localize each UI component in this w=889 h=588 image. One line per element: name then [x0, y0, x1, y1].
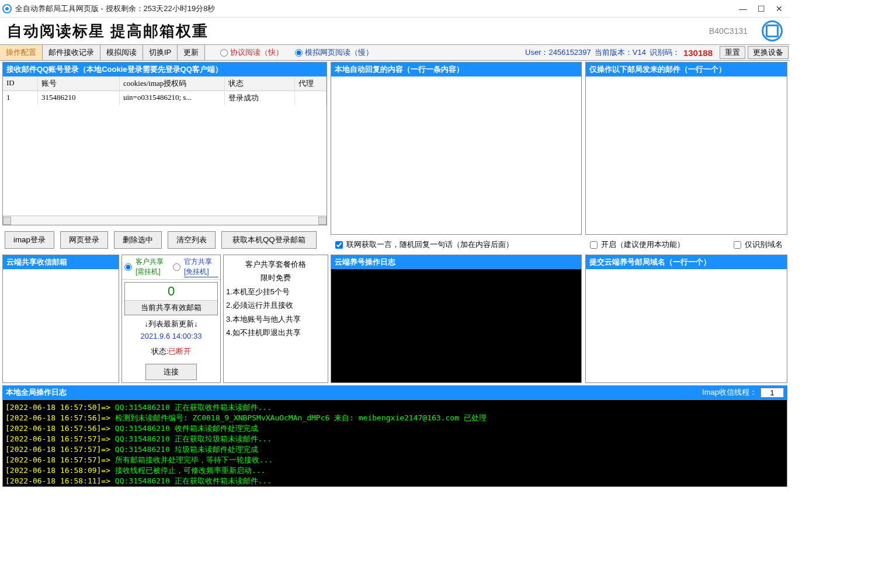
reset-button[interactable]: 重置	[720, 46, 745, 59]
rule-item: 1.本机至少挂5个号	[226, 285, 325, 298]
fetch-local-qq-button[interactable]: 获取本机QQ登录邮箱	[221, 231, 317, 249]
window-controls: — ☐ ✕	[739, 4, 787, 13]
only-domain-label: 仅识别域名	[745, 239, 783, 250]
share-count-label: 当前共享有效邮箱	[125, 300, 217, 315]
radio-protocol-fast[interactable]	[220, 49, 228, 57]
share-inbox-header: 云端共享收信邮箱	[3, 255, 119, 269]
accounts-panel: 接收邮件QQ账号登录（本地Cookie登录需要先登录QQ客户端） ID 账号 c…	[2, 62, 327, 225]
cloud-log-header: 云端养号操作日志	[331, 255, 581, 269]
minimize-button[interactable]: —	[739, 4, 747, 13]
banner: 自动阅读标星 提高邮箱权重 B40C3131	[0, 18, 790, 44]
cloud-log-body[interactable]	[331, 269, 581, 382]
col-account: 账号	[38, 76, 120, 91]
filter-panel: 仅操作以下邮局发来的邮件（一行一个）	[585, 62, 787, 235]
tab-receive-log[interactable]: 邮件接收记录	[43, 45, 100, 60]
filter-header: 仅操作以下邮局发来的邮件（一行一个）	[586, 62, 787, 76]
user-label: User：2456152397	[525, 47, 591, 58]
col-id: ID	[3, 76, 38, 91]
banner-logo-icon	[762, 20, 783, 41]
fetch-hitokoto-checkbox[interactable]	[335, 241, 343, 249]
table-row[interactable]: 1 315486210 uin=o0315486210; s... 登录成功	[3, 91, 327, 105]
local-log-console[interactable]: [2022-06-18 16:57:50]=> QQ:315486210 正在获…	[2, 399, 787, 487]
tab-config[interactable]: 操作配置	[0, 45, 43, 60]
imap-thread-label: Imap收信线程：	[702, 387, 757, 398]
label-official-share: 官方共享[免挂机]	[184, 257, 218, 277]
window-titlebar: 全自动养邮局工具网页版 - 授权剩余：253天22小时19分8秒 — ☐ ✕	[0, 0, 790, 18]
imap-login-button[interactable]: imap登录	[5, 231, 54, 249]
share-inbox-panel: 云端共享收信邮箱	[2, 255, 119, 383]
share-count-value: 0	[125, 283, 217, 300]
tab-update[interactable]: 更新	[178, 45, 205, 60]
accounts-header: 接收邮件QQ账号登录（本地Cookie登录需要先登录QQ客户端）	[3, 62, 327, 76]
rule-item: 2.必须运行并且接收	[226, 298, 325, 312]
protocol-radio-group: 协议阅读（快）	[214, 45, 289, 60]
radio-customer-share[interactable]	[124, 257, 132, 277]
submit-domain-panel: 提交云端养号邮局域名（一行一个）	[585, 255, 787, 383]
accounts-table-body[interactable]: 1 315486210 uin=o0315486210; s... 登录成功	[3, 91, 327, 215]
maximize-button[interactable]: ☐	[758, 4, 765, 13]
autoreply-textarea[interactable]	[331, 76, 581, 234]
version-label: 当前版本：V14	[595, 47, 646, 58]
ident-value: 130188	[683, 48, 713, 58]
label-customer-share: 客户共享[需挂机]	[136, 257, 169, 277]
share-inbox-list[interactable]	[3, 269, 119, 382]
enable-filter-checkbox[interactable]	[590, 241, 598, 249]
rule-item: 3.本地账号与他人共享	[226, 312, 325, 326]
col-proxy: 代理	[295, 76, 327, 91]
toolbar: 操作配置 邮件接收记录 模拟阅读 切换IP 更新 协议阅读（快） 模拟网页阅读（…	[0, 44, 790, 61]
col-status: 状态	[225, 76, 295, 91]
autoreply-panel: 本地自动回复的内容（一行一条内容）	[331, 62, 582, 235]
share-counter: 0 当前共享有效邮箱	[124, 282, 218, 315]
enable-filter-label: 开启（建议使用本功能）	[601, 239, 685, 250]
close-button[interactable]: ✕	[776, 4, 783, 13]
only-domain-checkbox[interactable]	[734, 241, 741, 249]
window-title: 全自动养邮局工具网页版 - 授权剩余：253天22小时19分8秒	[15, 4, 739, 14]
app-icon	[2, 4, 12, 13]
autoreply-header: 本地自动回复的内容（一行一条内容）	[331, 62, 581, 76]
label-protocol-slow: 模拟网页阅读（慢）	[305, 47, 373, 58]
local-log-title: 本地全局操作日志	[6, 387, 67, 398]
rule-item: 4.如不挂机即退出共享	[226, 326, 325, 339]
accounts-button-row: imap登录 网页登录 删除选中 清空列表 获取本机QQ登录邮箱	[2, 228, 327, 252]
submit-domain-header: 提交云端养号邮局域名（一行一个）	[586, 255, 787, 269]
share-update-label: ↓列表最新更新↓	[122, 318, 220, 330]
banner-code: B40C3131	[709, 26, 748, 36]
tab-sim-read[interactable]: 模拟阅读	[100, 45, 143, 60]
accounts-table-header: ID 账号 cookies/imap授权码 状态 代理	[3, 76, 327, 91]
banner-slogan: 自动阅读标星 提高邮箱权重	[7, 21, 209, 41]
share-timestamp: 2021.9.6 14:00:33	[122, 330, 220, 342]
filter-textarea[interactable]	[586, 76, 787, 234]
web-login-button[interactable]: 网页登录	[60, 231, 108, 249]
clear-list-button[interactable]: 清空列表	[168, 231, 216, 249]
ident-label: 识别码：	[650, 47, 680, 58]
radio-protocol-slow[interactable]	[295, 49, 303, 57]
share-status-line: 状态:已断开	[122, 342, 220, 361]
fetch-hitokoto-label: 联网获取一言，随机回复一句话（加在内容后面）	[346, 239, 513, 250]
delete-selected-button[interactable]: 删除选中	[114, 231, 162, 249]
change-device-button[interactable]: 更换设备	[748, 46, 789, 59]
share-status-panel: 客户共享[需挂机] 官方共享[免挂机] 0 当前共享有效邮箱 ↓列表最新更新↓ …	[121, 255, 221, 383]
connect-button[interactable]: 连接	[145, 364, 197, 380]
submit-domain-textarea[interactable]	[586, 269, 787, 382]
radio-official-share[interactable]	[173, 257, 180, 277]
local-log-header-bar: 本地全局操作日志 Imap收信线程：	[2, 385, 787, 399]
imap-thread-input[interactable]	[760, 388, 784, 398]
rules-subtitle: 限时免费	[226, 271, 325, 284]
col-cookie: cookies/imap授权码	[120, 76, 225, 91]
share-rules-panel: 客户共享套餐价格 限时免费 1.本机至少挂5个号 2.必须运行并且接收 3.本地…	[223, 255, 328, 383]
label-protocol-fast: 协议阅读（快）	[230, 47, 283, 58]
rules-title: 客户共享套餐价格	[226, 258, 325, 271]
tab-switch-ip[interactable]: 切换IP	[143, 45, 178, 60]
accounts-hscrollbar[interactable]	[3, 215, 327, 225]
cloud-log-panel: 云端养号操作日志	[331, 255, 582, 383]
